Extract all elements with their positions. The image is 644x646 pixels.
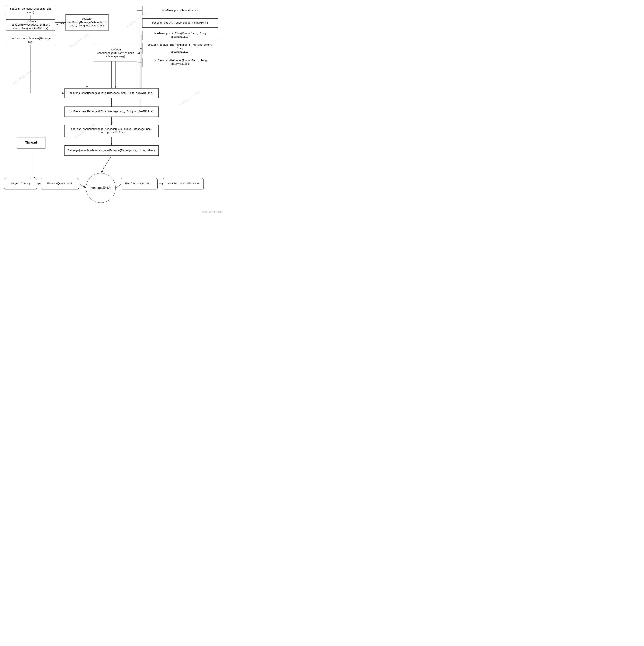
diagram-container: boolean sendEmptyMessage(int what) boole… [0, 0, 225, 215]
enqueue-message-mq-box: MessageQueue boolean enqueueMessage(Mess… [65, 145, 159, 156]
handler-dispatch-box: Handler.dispatch... [121, 178, 158, 190]
post-at-front-of-queue-box: boolean postAtFrontOfQueue(Runnable r) [142, 18, 218, 28]
message-linked-list-circle: Message单链表 [86, 173, 116, 203]
enqueue-message-handler-box: boolean enqueueMessage(MessageQueue queu… [65, 125, 159, 137]
thread-box: Thread [17, 137, 45, 148]
send-empty-message-box: boolean sendEmptyMessage(int what) [6, 6, 55, 15]
watermark-4: Engineer-Jsp [179, 90, 201, 107]
footer-credit: CSDN 分享本小超风 [202, 210, 222, 213]
svg-line-3 [55, 22, 66, 25]
watermark-2: Engineer-Jsp [69, 32, 90, 49]
svg-line-31 [79, 184, 86, 188]
svg-line-27 [101, 156, 112, 173]
send-message-at-front-of-queue-box: booleansendMessageAtFrontOfQueue(Message… [94, 45, 137, 62]
send-empty-message-at-time-box: boolean sendEmptyMessageAtTime(intwhat, … [6, 19, 55, 31]
send-message-delayed-box: boolean sendMessageDelayed(Message msg, … [65, 88, 159, 98]
post-at-time-2-box: boolean postAtTime(Runnable r, Object to… [142, 43, 218, 54]
looper-loop-box: Looper.loop() [4, 178, 37, 190]
post-at-time-1-box: boolean postAtTime(Runnable r, long upti… [142, 31, 218, 40]
post-runnable-box: boolean post(Runnable r) [142, 6, 218, 15]
handler-handle-message-box: Handler.handleMessage [163, 178, 204, 190]
watermark-1: Engineer-Jsp [11, 70, 33, 86]
send-empty-message-delayed-box: booleansendEmptyMessageDelayed(intwhat, … [66, 14, 109, 31]
send-message-box: boolean sendMessage(Message msg) [6, 36, 55, 45]
message-queue-next-box: MessageQueue next [41, 178, 79, 190]
post-delayed-box: boolean postDelayed(Runnable r, long del… [142, 58, 218, 67]
send-message-at-time-box: boolean sendMessageAtTime(Message msg, l… [65, 107, 159, 117]
